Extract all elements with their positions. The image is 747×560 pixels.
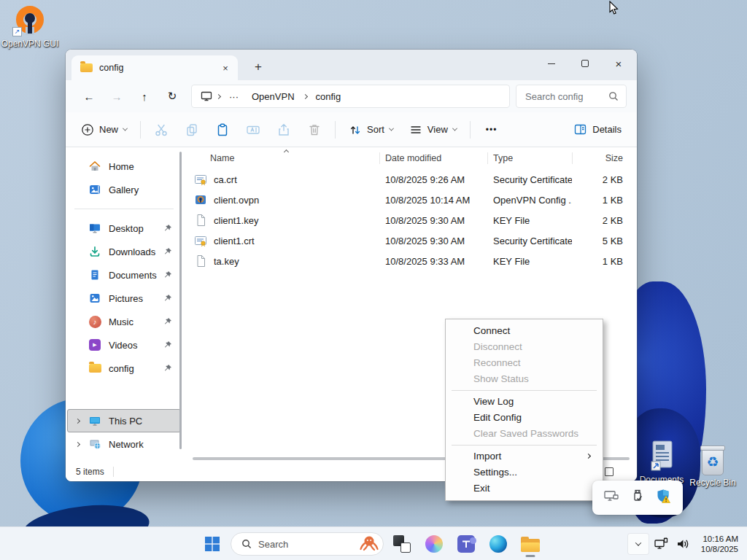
back-button[interactable]: ← xyxy=(76,85,102,108)
chevron-right-icon[interactable] xyxy=(75,418,80,423)
sidebar-item-gallery[interactable]: Gallery xyxy=(67,178,181,201)
openvpn-tray-icon[interactable] xyxy=(603,489,619,507)
paste-button[interactable] xyxy=(207,117,238,142)
file-type: KEY File xyxy=(487,215,572,226)
breadcrumb-openvpn[interactable]: OpenVPN xyxy=(247,91,299,102)
menu-item-view-log[interactable]: View Log xyxy=(447,394,601,410)
clock-date: 10/8/2025 xyxy=(701,544,738,554)
rename-button xyxy=(238,117,268,142)
column-header-type[interactable]: Type xyxy=(487,147,572,169)
chevron-right-icon[interactable] xyxy=(75,441,80,446)
delete-button xyxy=(299,117,330,142)
taskbar-search[interactable]: Search xyxy=(231,532,384,556)
gallery-icon xyxy=(88,183,101,196)
sort-button[interactable]: Sort xyxy=(341,117,401,142)
this-pc-icon xyxy=(201,91,212,101)
minimize-button[interactable] xyxy=(535,50,568,77)
file-row[interactable]: ta.key 10/8/2025 9:33 AM KEY File 1 KB xyxy=(182,251,637,271)
sidebar-item-music[interactable]: ♪ Music xyxy=(67,310,181,333)
start-button[interactable] xyxy=(198,530,226,558)
shortcut-arrow-icon: ↗ xyxy=(12,27,22,36)
folder-icon xyxy=(88,362,101,375)
task-view-button[interactable] xyxy=(388,530,416,558)
pin-icon xyxy=(163,341,172,351)
details-pane-button[interactable]: Details xyxy=(565,117,630,142)
sidebar-item-label: Home xyxy=(109,161,134,172)
show-hidden-icons-button[interactable] xyxy=(627,533,649,555)
volume-tray-icon[interactable] xyxy=(673,533,693,555)
home-icon xyxy=(88,160,101,173)
menu-item-connect[interactable]: Connect xyxy=(447,323,601,339)
menu-item-exit[interactable]: Exit xyxy=(447,481,601,497)
view-button[interactable]: View xyxy=(401,117,465,142)
edge-button[interactable] xyxy=(484,530,512,558)
tab-config[interactable]: config × xyxy=(71,55,238,80)
file-row[interactable]: client.ovpn 10/8/2025 10:14 AM OpenVPN C… xyxy=(182,190,637,210)
network-tray-icon[interactable] xyxy=(651,533,671,555)
tab-close-icon[interactable]: × xyxy=(217,60,233,76)
sidebar-item-home[interactable]: Home xyxy=(67,155,181,178)
desktop-icon-recycle-bin[interactable]: ♻ Recycle Bin xyxy=(684,442,741,488)
desktop-icon-label: OpenVPN GUI xyxy=(1,39,59,49)
windows-security-icon[interactable] xyxy=(656,489,672,508)
maximize-button[interactable] xyxy=(568,50,602,77)
forward-button: → xyxy=(104,85,130,108)
file-row[interactable]: client1.key 10/8/2025 9:30 AM KEY File 2… xyxy=(182,210,637,230)
refresh-button[interactable]: ↻ xyxy=(159,85,185,108)
more-options-button[interactable]: ••• xyxy=(476,125,508,135)
chevron-down-icon xyxy=(452,126,457,131)
sidebar-item-network[interactable]: Network xyxy=(67,432,181,456)
sidebar-divider xyxy=(74,209,174,209)
sidebar-item-documents[interactable]: Documents xyxy=(67,263,181,287)
safely-remove-hardware-icon[interactable] xyxy=(630,489,645,507)
sidebar-item-desktop[interactable]: Desktop xyxy=(67,217,181,240)
teams-button[interactable] xyxy=(452,530,480,558)
status-divider xyxy=(113,467,114,477)
circle-plus-icon xyxy=(81,123,94,136)
share-icon xyxy=(276,122,291,137)
sidebar-item-videos[interactable]: ▶ Videos xyxy=(67,333,181,357)
breadcrumb-config[interactable]: config xyxy=(311,91,346,102)
sidebar-item-config[interactable]: config xyxy=(67,357,181,380)
menu-item-settings[interactable]: Settings... xyxy=(447,464,601,481)
new-tab-button[interactable]: + xyxy=(249,58,267,76)
trash-icon xyxy=(307,122,322,137)
view-button-label: View xyxy=(427,124,448,135)
desktop-icon-documents[interactable]: Documents xyxy=(633,439,690,485)
close-button[interactable]: × xyxy=(602,50,635,77)
file-date: 10/8/2025 9:26 AM xyxy=(379,174,487,185)
pin-icon xyxy=(163,247,172,258)
sidebar-item-label: Downloads xyxy=(109,246,155,257)
up-button[interactable]: ↑ xyxy=(131,85,158,108)
sidebar-item-label: Documents xyxy=(109,270,157,281)
column-headers: Name Date modified Type Size xyxy=(182,147,637,169)
breadcrumb[interactable]: ··· OpenVPN config xyxy=(191,85,510,108)
clock-time: 10:16 AM xyxy=(701,534,738,544)
column-header-name[interactable]: Name xyxy=(182,147,379,169)
column-header-date-modified[interactable]: Date modified xyxy=(379,147,487,169)
sidebar-item-downloads[interactable]: Downloads xyxy=(67,240,181,263)
desktop-icon-openvpn-gui[interactable]: ↗ OpenVPN GUI xyxy=(1,4,58,49)
breadcrumb-ellipsis[interactable]: ··· xyxy=(225,91,243,102)
sidebar-item-this-pc[interactable]: This PC xyxy=(67,409,181,432)
copilot-button[interactable] xyxy=(420,530,448,558)
view-icon xyxy=(409,123,422,136)
file-row[interactable]: client1.crt 10/8/2025 9:30 AM Security C… xyxy=(182,230,637,251)
menu-item-import[interactable]: Import xyxy=(447,448,601,464)
details-pane-label: Details xyxy=(592,124,622,135)
taskbar-clock[interactable]: 10:16 AM 10/8/2025 xyxy=(695,534,743,554)
file-explorer-button[interactable] xyxy=(516,530,544,558)
sidebar-scrollbar[interactable] xyxy=(179,152,182,449)
menu-item-edit-config[interactable]: Edit Config xyxy=(447,410,601,426)
copy-button xyxy=(177,117,207,142)
file-row[interactable]: ca.crt 10/8/2025 9:26 AM Security Certif… xyxy=(182,169,637,190)
sidebar-item-pictures[interactable]: Pictures xyxy=(67,287,181,310)
sidebar-item-label: Pictures xyxy=(109,293,143,304)
navigation-pane: Home Gallery xyxy=(66,147,182,462)
new-button[interactable]: New xyxy=(73,117,135,142)
search-input[interactable]: Search config xyxy=(516,85,627,108)
tab-title: config xyxy=(99,63,211,73)
pin-icon xyxy=(163,224,172,235)
file-name: client1.crt xyxy=(214,236,255,246)
column-header-size[interactable]: Size xyxy=(572,147,630,169)
